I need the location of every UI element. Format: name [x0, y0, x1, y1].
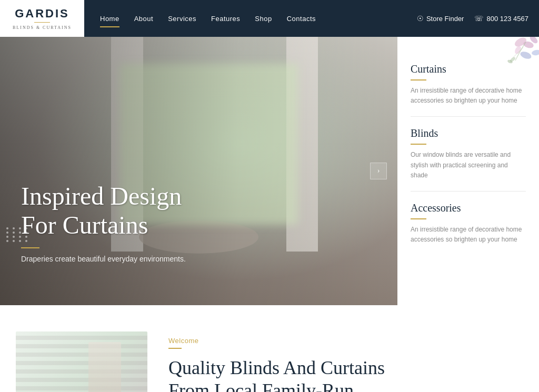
- brand-name: GARDIS: [15, 7, 69, 21]
- hero-overlay: [0, 37, 397, 305]
- welcome-image: [16, 331, 147, 392]
- hero-section: Inspired Design For Curtains Draperies c…: [0, 37, 539, 305]
- welcome-content: Welcome Quality Blinds And Curtains From…: [168, 331, 523, 392]
- welcome-label: Welcome: [168, 337, 523, 345]
- category-accessories-title: Accessories: [411, 202, 526, 214]
- hero-divider: [21, 247, 39, 248]
- location-icon: ☉: [417, 14, 424, 23]
- nav-link-contacts[interactable]: Contacts: [287, 15, 316, 23]
- nav-link-home[interactable]: Home: [100, 15, 119, 23]
- nav-link-features[interactable]: Features: [211, 15, 240, 23]
- nav-item-contacts[interactable]: Contacts: [287, 14, 316, 23]
- logo-divider: [34, 22, 50, 23]
- nav-item-home[interactable]: Home: [100, 14, 119, 23]
- logo[interactable]: GARDIS Blinds & Curtains: [0, 0, 84, 37]
- phone-icon: ☏: [474, 14, 484, 23]
- nav-item-shop[interactable]: Shop: [255, 14, 272, 23]
- store-finder-label: Store Finder: [426, 15, 464, 23]
- welcome-heading-line2: From Local Family-Run: [168, 380, 354, 392]
- category-blinds: Blinds Our window blinds are versatile a…: [411, 117, 526, 192]
- nav-item-about[interactable]: About: [134, 14, 153, 23]
- right-panel: Curtains An irresistible range of decora…: [397, 37, 539, 305]
- nav-link-shop[interactable]: Shop: [255, 15, 272, 23]
- phone-label: 800 123 4567: [486, 15, 528, 23]
- category-accessories: Accessories An irresistible range of dec…: [411, 192, 526, 255]
- welcome-heading-line1: Quality Blinds And Curtains: [168, 357, 385, 378]
- store-finder[interactable]: ☉ Store Finder: [417, 14, 464, 23]
- category-accessories-accent: [411, 218, 426, 219]
- hero-image: Inspired Design For Curtains Draperies c…: [0, 37, 397, 305]
- phone-number[interactable]: ☏ 800 123 4567: [474, 14, 528, 23]
- brand-tagline: Blinds & Curtains: [13, 25, 72, 30]
- category-blinds-accent: [411, 144, 426, 145]
- floral-decoration: [473, 37, 539, 97]
- navbar: GARDIS Blinds & Curtains Home About Serv…: [0, 0, 539, 37]
- welcome-section: Welcome Quality Blinds And Curtains From…: [0, 305, 539, 392]
- nav-item-features[interactable]: Features: [211, 14, 240, 23]
- nav-link-about[interactable]: About: [134, 15, 153, 23]
- svg-point-4: [520, 51, 533, 61]
- flower-decoration: [21, 386, 63, 392]
- nav-link-services[interactable]: Services: [168, 15, 196, 23]
- hero-title-line2: For Curtains: [21, 211, 148, 239]
- hero-content: Inspired Design For Curtains Draperies c…: [21, 182, 186, 263]
- nav-item-services[interactable]: Services: [168, 14, 196, 23]
- welcome-heading: Quality Blinds And Curtains From Local F…: [168, 357, 523, 392]
- nav-right: ☉ Store Finder ☏ 800 123 4567: [417, 14, 528, 23]
- hero-subtitle: Draperies create beautiful everyday envi…: [21, 255, 186, 263]
- welcome-underline: [168, 348, 182, 349]
- hero-title-line1: Inspired Design: [21, 182, 182, 210]
- slider-next-arrow[interactable]: ›: [370, 163, 387, 179]
- category-accessories-desc: An irresistible range of decorative home…: [411, 225, 526, 245]
- svg-point-5: [531, 49, 539, 56]
- hero-title: Inspired Design For Curtains: [21, 182, 186, 239]
- category-blinds-title: Blinds: [411, 127, 526, 139]
- category-curtains-accent: [411, 79, 426, 81]
- category-blinds-desc: Our window blinds are versatile and styl…: [411, 150, 526, 180]
- nav-links: Home About Services Features Shop Contac…: [100, 14, 316, 23]
